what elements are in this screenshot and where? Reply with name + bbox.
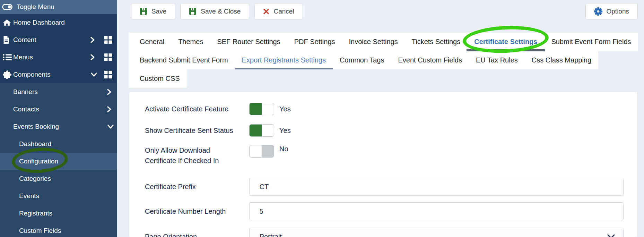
chevron-right-icon <box>90 53 95 61</box>
toggle-value: No <box>279 145 288 153</box>
save-button[interactable]: Save <box>131 3 175 19</box>
tab-label: Certificate Settings <box>474 38 537 45</box>
toggle-knob <box>262 145 274 157</box>
sidebar-item-custom-fields[interactable]: Custom Fields <box>0 222 117 237</box>
toggle-menu-button[interactable]: Toggle Menu <box>0 0 117 14</box>
sidebar-item-label: Contacts <box>13 105 39 113</box>
tab-common-tags[interactable]: Common Tags <box>333 51 391 69</box>
sidebar-item-configuration[interactable]: Configuration <box>0 153 117 170</box>
cancel-label: Cancel <box>273 8 294 15</box>
home-icon <box>3 19 11 26</box>
sidebar-item-banners[interactable]: Banners <box>0 83 117 101</box>
grid-icon[interactable] <box>104 71 112 78</box>
save-close-button[interactable]: Save & Close <box>180 3 249 19</box>
toggle-menu-icon <box>2 3 12 11</box>
sidebar: Toggle Menu Home Dashboard Content <box>0 0 117 237</box>
sidebar-item-components[interactable]: Components <box>0 66 117 83</box>
sidebar-item-label: Registrants <box>19 210 52 217</box>
tab-general[interactable]: General <box>133 33 171 51</box>
save-icon <box>140 8 147 15</box>
cancel-button[interactable]: Cancel <box>254 3 303 19</box>
select-value: Portrait <box>260 233 282 237</box>
list-icon <box>3 54 12 61</box>
toggle-menu-label: Toggle Menu <box>17 3 54 11</box>
chevron-down-icon <box>90 72 98 77</box>
sidebar-item-label: Custom Fields <box>19 227 61 235</box>
sidebar-item-label: Banners <box>13 88 38 96</box>
sidebar-item-registrants[interactable]: Registrants <box>0 205 117 222</box>
sidebar-item-label: Home Dashboard <box>13 19 65 26</box>
sidebar-item-label: Content <box>13 36 36 44</box>
field-label: Page Orientation <box>145 231 239 237</box>
show-certificate-sent-toggle[interactable] <box>249 124 274 137</box>
sidebar-item-categories[interactable]: Categories <box>0 170 117 187</box>
sidebar-components-submenu: Banners Contacts Events Booking Dashboar… <box>0 83 117 237</box>
sidebar-item-dashboard[interactable]: Dashboard <box>0 135 117 153</box>
certificate-prefix-input[interactable] <box>249 178 624 196</box>
toggle-value: Yes <box>279 127 291 135</box>
form-row-certificate-number-length: Certificate Number Length <box>145 202 624 220</box>
save-icon <box>189 8 197 15</box>
tabs-row-2: Backend Submit Event Form Export Registr… <box>129 51 598 69</box>
sidebar-item-label: Configuration <box>19 158 58 165</box>
certificate-number-length-input[interactable] <box>249 202 624 220</box>
sidebar-item-label: Categories <box>19 175 51 183</box>
document-icon <box>3 36 10 44</box>
gear-icon <box>594 7 602 16</box>
page-orientation-select[interactable]: Portrait <box>249 228 624 237</box>
options-button[interactable]: Options <box>585 3 638 19</box>
main-content: Save Save & Close Cancel Options <box>117 0 644 237</box>
tab-backend-submit-event-form[interactable]: Backend Submit Event Form <box>133 51 235 69</box>
tab-themes[interactable]: Themes <box>171 33 210 51</box>
tab-sef-router-settings[interactable]: SEF Router Settings <box>210 33 287 51</box>
save-label: Save <box>151 8 166 15</box>
sidebar-item-label: Events Booking <box>13 123 59 130</box>
toggle-knob <box>250 103 262 115</box>
activate-certificate-toggle[interactable] <box>249 103 274 115</box>
sidebar-main-menu: Home Dashboard Content Menus <box>0 14 117 83</box>
toggle-knob <box>250 125 262 136</box>
chevron-down-icon <box>607 234 615 237</box>
tab-custom-css[interactable]: Custom CSS <box>133 69 187 88</box>
sidebar-item-menus[interactable]: Menus <box>0 49 117 66</box>
grid-icon[interactable] <box>104 36 112 44</box>
tab-certificate-settings[interactable]: Certificate Settings <box>467 33 544 51</box>
sidebar-item-content[interactable]: Content <box>0 31 117 49</box>
tab-tickets-settings[interactable]: Tickets Settings <box>405 33 467 51</box>
tab-pdf-settings[interactable]: PDF Settings <box>287 33 342 51</box>
tab-invoice-settings[interactable]: Invoice Settings <box>342 33 405 51</box>
tab-css-class-mapping[interactable]: Css Class Mapping <box>525 51 598 69</box>
tab-eu-tax-rules[interactable]: EU Tax Rules <box>469 51 525 69</box>
chevron-right-icon <box>107 88 112 96</box>
tab-export-registrants-settings[interactable]: Export Registrants Settings <box>235 51 333 69</box>
field-label: Certificate Prefix <box>145 181 239 192</box>
settings-tabs: General Themes SEF Router Settings PDF S… <box>129 33 638 88</box>
tab-event-custom-fields[interactable]: Event Custom Fields <box>391 51 469 69</box>
field-label: Certificate Number Length <box>145 206 239 217</box>
field-label: Only Allow Download Certificate If Check… <box>145 145 239 166</box>
tab-submit-event-form-fields[interactable]: Submit Event Form Fields <box>544 33 638 51</box>
form-row-only-allow-download: Only Allow Download Certificate If Check… <box>145 145 624 166</box>
sidebar-item-events-booking[interactable]: Events Booking <box>0 118 117 135</box>
sidebar-item-label: Menus <box>13 53 33 61</box>
save-close-label: Save & Close <box>201 8 241 15</box>
only-allow-download-toggle[interactable] <box>249 145 274 158</box>
field-label: Show Certificate Sent Status <box>145 125 239 136</box>
toggle-value: Yes <box>279 105 291 113</box>
sidebar-item-label: Components <box>13 71 51 78</box>
sidebar-item-contacts[interactable]: Contacts <box>0 101 117 118</box>
joomla-admin-page: Toggle Menu Home Dashboard Content <box>0 0 644 237</box>
form-row-page-orientation: Page Orientation Portrait <box>145 228 624 237</box>
sidebar-item-label: Events <box>19 192 39 200</box>
sidebar-item-home-dashboard[interactable]: Home Dashboard <box>0 14 117 31</box>
puzzle-icon <box>3 70 12 79</box>
grid-icon[interactable] <box>104 53 112 61</box>
chevron-right-icon <box>90 36 95 44</box>
chevron-down-icon <box>107 124 114 129</box>
form-row-show-certificate-sent: Show Certificate Sent Status Yes <box>145 124 624 137</box>
options-label: Options <box>607 8 629 15</box>
form-row-certificate-prefix: Certificate Prefix <box>145 178 624 196</box>
form-row-activate-certificate: Activate Certificate Feature Yes <box>145 103 624 115</box>
sidebar-item-events[interactable]: Events <box>0 187 117 205</box>
chevron-right-icon <box>107 105 112 113</box>
